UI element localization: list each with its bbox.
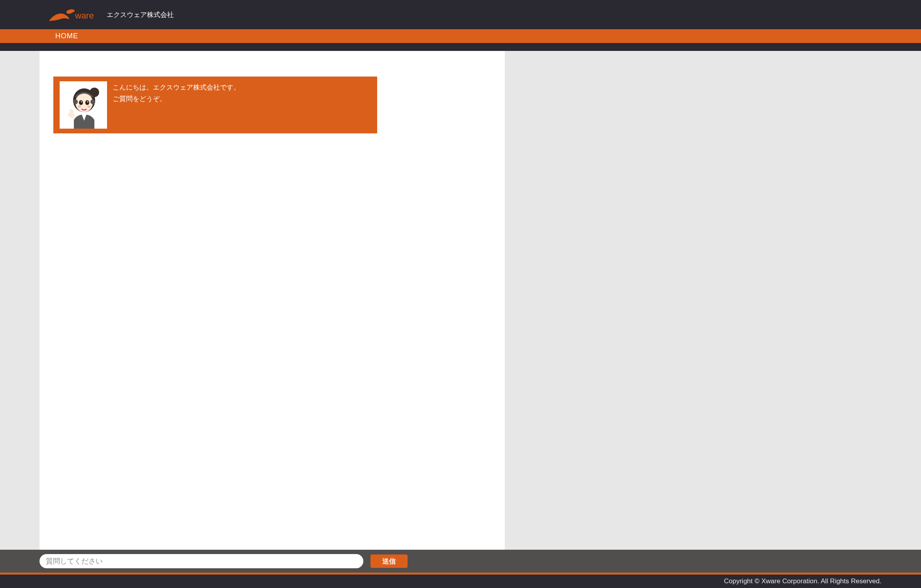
- nav-bar: HOME: [0, 29, 921, 43]
- svg-point-12: [87, 106, 90, 108]
- brand-logo-icon: ware: [47, 7, 99, 22]
- svg-text:ware: ware: [75, 11, 94, 21]
- subheader-gap: [0, 43, 921, 51]
- content-panel: こんにちは。エクスウェア株式会社です。 ご質問をどうぞ。: [39, 51, 505, 550]
- svg-point-4: [75, 93, 93, 112]
- nav-home-link[interactable]: HOME: [55, 32, 78, 40]
- header-top-bar: ware エクスウェア株式会社: [0, 0, 921, 29]
- svg-point-8: [85, 100, 89, 105]
- svg-point-5: [73, 99, 78, 104]
- send-button[interactable]: 送信: [370, 554, 408, 568]
- main-area: こんにちは。エクスウェア株式会社です。 ご質問をどうぞ。: [0, 51, 921, 550]
- footer-copyright: Copyright © Xware Corporation. All Right…: [724, 577, 882, 585]
- assistant-avatar: [60, 81, 107, 129]
- footer: Copyright © Xware Corporation. All Right…: [0, 575, 921, 588]
- svg-point-7: [79, 100, 83, 105]
- svg-point-6: [90, 99, 95, 104]
- svg-point-11: [78, 106, 81, 108]
- logo-group: ware エクスウェア株式会社: [47, 7, 174, 22]
- svg-point-10: [87, 101, 88, 103]
- input-bar: 送信: [0, 550, 921, 573]
- chat-input[interactable]: [39, 554, 363, 568]
- chat-bubble: こんにちは。エクスウェア株式会社です。 ご質問をどうぞ。: [53, 77, 377, 133]
- company-name: エクスウェア株式会社: [107, 10, 174, 19]
- chat-greeting-text: こんにちは。エクスウェア株式会社です。 ご質問をどうぞ。: [113, 81, 240, 129]
- svg-point-9: [81, 101, 82, 103]
